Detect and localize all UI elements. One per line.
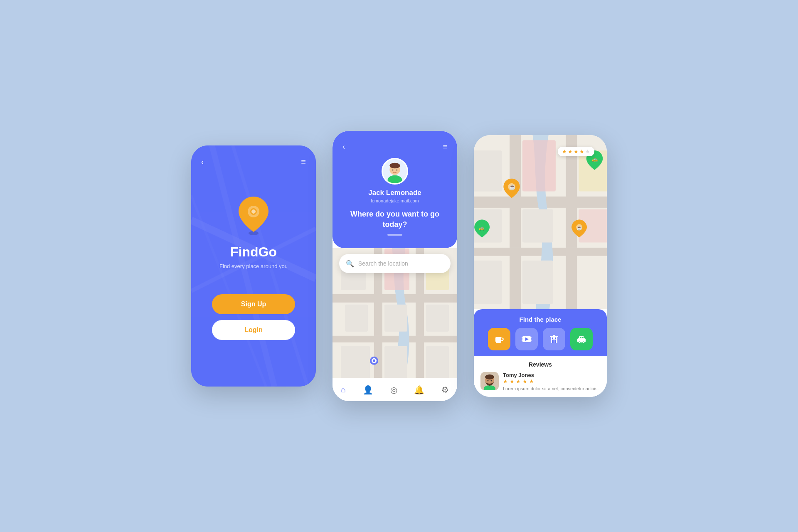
svg-point-78 [491, 380, 492, 381]
user-name: Jack Lemonade [368, 189, 421, 197]
search-screen: ‹ ≡ Jack Lemonade le [332, 131, 457, 401]
header-indicator [387, 234, 402, 236]
back-icon[interactable]: ‹ [342, 143, 345, 151]
category-cinema-button[interactable] [515, 328, 538, 350]
svg-rect-72 [582, 337, 584, 338]
svg-rect-21 [345, 305, 368, 332]
review-item: Tomy Jones ★ ★ ★ ★ ★ Lorem ipsum dolor s… [480, 372, 600, 392]
welcome-text: Where do you want to go today? [342, 209, 447, 230]
avatar-image [383, 159, 407, 184]
star-r5: ★ [529, 378, 534, 384]
film-icon [521, 334, 532, 345]
login-button[interactable]: Login [212, 320, 295, 340]
svg-rect-40 [522, 209, 553, 243]
location-pin-icon [237, 197, 270, 236]
star-2: ★ [568, 148, 573, 155]
bottom-navigation: ⌂ 👤 ◎ 🔔 ⚙ [332, 378, 457, 401]
svg-point-76 [485, 374, 494, 379]
user-header: ‹ ≡ Jack Lemonade le [332, 131, 457, 248]
svg-point-31 [373, 360, 375, 362]
building-icon [549, 334, 559, 345]
search-bar[interactable]: 🔍 Search the location [339, 254, 451, 273]
category-coffee-button[interactable] [488, 328, 510, 350]
svg-point-14 [396, 170, 397, 171]
star-r3: ★ [516, 378, 521, 384]
car-icon [576, 334, 587, 345]
svg-rect-37 [474, 150, 502, 191]
menu-icon[interactable]: ≡ [443, 143, 447, 151]
search-icon: 🔍 [346, 260, 354, 268]
review-stars: ★ ★ ★ ★ ★ [503, 378, 599, 384]
svg-rect-23 [384, 305, 407, 332]
svg-rect-60 [552, 340, 554, 343]
svg-rect-52 [496, 342, 501, 343]
search-placeholder: Search the location [358, 260, 408, 267]
nav-notification-icon[interactable]: 🔔 [414, 385, 424, 395]
svg-rect-63 [555, 337, 556, 339]
rating-bubble: ★ ★ ★ ★ ★ [558, 147, 594, 156]
nav-location-icon[interactable]: ◎ [390, 385, 397, 395]
coffee-icon [494, 334, 505, 345]
svg-rect-36 [474, 248, 607, 256]
svg-text:🚕: 🚕 [479, 225, 485, 231]
svg-rect-25 [426, 305, 449, 332]
phone-screen-1: ‹ ≡ FindGo Find every place around you S… [191, 145, 316, 387]
svg-rect-43 [474, 261, 502, 304]
nav-settings-icon[interactable]: ⚙ [441, 385, 449, 395]
svg-rect-44 [522, 261, 553, 304]
star-3: ★ [574, 148, 579, 155]
svg-point-68 [579, 342, 580, 342]
screen1-content: FindGo Find every place around you Sign … [212, 150, 295, 387]
svg-rect-51 [495, 337, 501, 342]
star-r1: ★ [503, 378, 508, 384]
reviewer-image [480, 372, 499, 390]
svg-rect-28 [426, 346, 449, 378]
nav-home-icon[interactable]: ⌂ [341, 385, 346, 394]
reviews-section: Reviews [474, 356, 607, 397]
user-email: lemonadejake.mail.com [371, 198, 419, 203]
app-title: FindGo [230, 244, 277, 260]
category-buttons [482, 328, 598, 350]
svg-point-70 [583, 342, 584, 342]
svg-point-13 [392, 170, 394, 171]
map-display: ☕ 🚕 ☕ 🚕 [474, 135, 607, 309]
back-icon[interactable]: ‹ [201, 157, 204, 167]
svg-rect-26 [341, 346, 370, 378]
review-content: Tomy Jones ★ ★ ★ ★ ★ Lorem ipsum dolor s… [503, 372, 599, 392]
map-svg-3: ☕ 🚕 ☕ 🚕 [474, 135, 607, 309]
svg-rect-62 [552, 337, 553, 339]
svg-rect-56 [530, 337, 532, 338]
category-hotel-button[interactable] [543, 328, 565, 350]
svg-rect-39 [522, 140, 556, 191]
star-1: ★ [562, 148, 567, 155]
svg-rect-54 [522, 337, 523, 338]
map-area[interactable]: 🔍 Search the location [332, 248, 457, 378]
svg-rect-55 [522, 340, 523, 341]
find-place-panel: Find the place [474, 309, 607, 356]
svg-rect-34 [510, 135, 521, 309]
svg-rect-27 [384, 346, 407, 378]
topbar: ‹ ≡ [342, 143, 447, 151]
svg-point-77 [488, 380, 489, 381]
svg-rect-61 [554, 340, 556, 343]
svg-point-8 [251, 209, 256, 214]
star-4: ★ [579, 148, 584, 155]
svg-rect-16 [332, 294, 457, 303]
svg-rect-65 [553, 335, 555, 337]
svg-rect-19 [332, 336, 457, 342]
svg-text:🚕: 🚕 [591, 156, 598, 163]
app-tagline: Find every place around you [219, 263, 288, 269]
menu-icon[interactable]: ≡ [301, 157, 306, 167]
signup-button[interactable]: Sign Up [212, 294, 295, 314]
bottom-panel: Find the place [474, 309, 607, 397]
map-category-screen: ☕ 🚕 ☕ 🚕 [474, 135, 607, 397]
star-r4: ★ [522, 378, 527, 384]
find-place-title: Find the place [482, 316, 598, 323]
category-taxi-button[interactable] [570, 328, 593, 350]
svg-text:☕: ☕ [509, 184, 516, 190]
splash-screen: ‹ ≡ FindGo Find every place around you S… [191, 145, 316, 387]
svg-point-12 [389, 163, 400, 169]
phone-screen-3: ☕ 🚕 ☕ 🚕 [474, 135, 607, 397]
nav-profile-icon[interactable]: 👤 [363, 385, 373, 395]
svg-rect-71 [580, 337, 581, 338]
